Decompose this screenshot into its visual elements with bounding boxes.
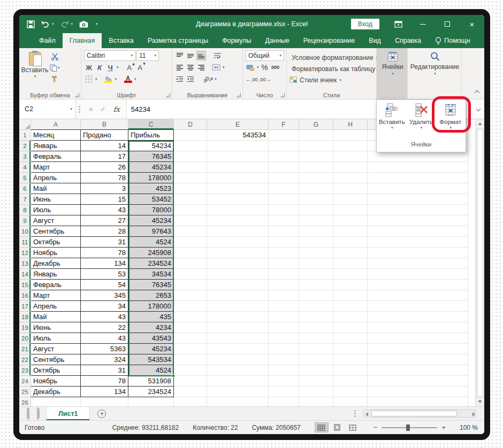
number-dialog-launcher[interactable] [280,93,285,97]
cell-G12[interactable] [299,248,333,258]
tab-formulas[interactable]: Формулы [215,33,258,48]
cell-D9[interactable] [174,215,207,226]
cell-B10[interactable]: 28 [81,226,128,237]
cell-C12[interactable]: 245908 [128,248,174,258]
italic-button[interactable]: К [95,63,104,72]
confirm-entry-icon[interactable]: ✓ [101,105,106,113]
cell-F3[interactable] [269,151,299,162]
cell-B1[interactable]: Продано [81,129,128,141]
cell-X26[interactable] [368,397,468,406]
cell-G25[interactable] [299,387,333,397]
orientation-button[interactable]: ab [203,74,213,84]
tab-page-layout[interactable]: Разметка страницы [141,33,215,48]
add-sheet-button[interactable]: + [90,407,113,420]
cell-E23[interactable] [207,365,269,376]
format-dropdown-arrow[interactable]: ▾ [449,126,452,130]
alignment-dialog-launcher[interactable] [237,93,241,97]
cell-G24[interactable] [299,376,333,387]
row-header-12[interactable]: 12 [19,248,31,258]
row-header-19[interactable]: 19 [19,322,31,333]
cell-B8[interactable]: 43 [81,205,128,215]
column-header-B[interactable]: B [81,119,128,130]
ribbon-display-options-icon[interactable] [386,15,410,33]
sheet-nav-prev-icon[interactable] [27,409,29,419]
cell-G13[interactable] [299,258,333,269]
cell-X16[interactable] [368,290,468,301]
row-header-11[interactable]: 11 [19,237,31,248]
cell-C21[interactable]: 45234 [128,344,174,354]
cell-D25[interactable] [174,387,207,397]
borders-dropdown-arrow[interactable]: ▾ [95,77,97,81]
redo-dropdown-arrow[interactable]: ▾ [71,22,73,26]
cell-H4[interactable] [333,162,368,173]
maximize-button[interactable] [435,15,460,33]
cell-E19[interactable] [207,322,269,333]
cell-H20[interactable] [333,333,368,344]
sheet-tab-list1[interactable]: Лист1 [46,407,90,420]
cell-X12[interactable] [368,248,468,258]
cell-E21[interactable] [207,344,269,354]
cell-F22[interactable] [269,354,299,365]
cell-E8[interactable] [207,205,269,215]
row-header-24[interactable]: 24 [19,376,31,387]
cell-E7[interactable] [207,194,269,205]
undo-dropdown-arrow[interactable]: ▾ [52,22,54,26]
cell-X25[interactable] [368,387,468,397]
scroll-right-icon[interactable] [472,412,477,416]
insert-cells-button[interactable]: Вставить ▾ [378,103,406,141]
cell-E24[interactable] [207,376,269,387]
copy-dropdown-arrow[interactable]: ▾ [58,66,60,70]
increase-indent-button[interactable] [186,74,195,84]
cell-F17[interactable] [269,301,299,312]
row-header-25[interactable]: 25 [19,387,31,397]
row-header-23[interactable]: 23 [19,365,31,376]
cell-A10[interactable]: Сентябрь [31,226,81,237]
fill-color-dropdown-arrow[interactable]: ▾ [115,77,117,81]
cell-C26[interactable] [128,397,174,406]
cell-E17[interactable] [207,301,269,312]
cell-A21[interactable]: Август [31,344,81,354]
column-header-C[interactable]: C [128,119,174,130]
cell-B19[interactable]: 22 [81,322,128,333]
cell-G11[interactable] [299,237,333,248]
zoom-out-button[interactable]: − [374,423,378,431]
cell-F25[interactable] [269,387,299,397]
cell-C13[interactable]: 234524 [128,258,174,269]
cell-B12[interactable]: 78 [81,248,128,258]
cell-B4[interactable]: 26 [81,162,128,173]
column-header-H[interactable]: H [333,119,368,130]
cell-A6[interactable]: Май [31,183,81,194]
cell-C7[interactable]: 53452 [128,194,174,205]
row-header-15[interactable]: 15 [19,280,31,290]
cell-A13[interactable]: Декабрь [31,258,81,269]
cell-B6[interactable]: 3 [81,183,128,194]
cell-B25[interactable]: 134 [81,387,128,397]
clipboard-dialog-launcher[interactable] [75,93,79,97]
cell-F4[interactable] [269,162,299,173]
cell-F19[interactable] [269,322,299,333]
cell-H12[interactable] [333,248,368,258]
decrease-decimal-button[interactable]: ,00→ [259,74,271,84]
tab-help[interactable]: Справка [388,33,428,48]
cell-F15[interactable] [269,280,299,290]
row-header-13[interactable]: 13 [19,258,31,269]
font-dialog-launcher[interactable] [166,93,170,97]
row-header-17[interactable]: 17 [19,301,31,312]
cell-B22[interactable]: 324 [81,354,128,365]
row-header-5[interactable]: 5 [19,173,31,183]
cell-B24[interactable]: 78 [81,376,128,387]
cell-E15[interactable] [207,280,269,290]
bold-button[interactable]: Ж [84,63,94,72]
cell-D7[interactable] [174,194,207,205]
align-bottom-button[interactable] [196,51,206,60]
cell-F1[interactable] [269,130,299,141]
font-color-button[interactable]: А [123,74,133,84]
cell-H21[interactable] [333,344,368,354]
cell-C2[interactable]: 54234 [128,141,174,151]
cell-A9[interactable]: Август [31,215,81,226]
cell-C19[interactable]: 4234 [128,322,174,333]
cell-D5[interactable] [174,173,207,183]
cell-D18[interactable] [174,312,207,322]
cell-B5[interactable]: 78 [81,173,128,183]
cell-D20[interactable] [174,333,207,344]
